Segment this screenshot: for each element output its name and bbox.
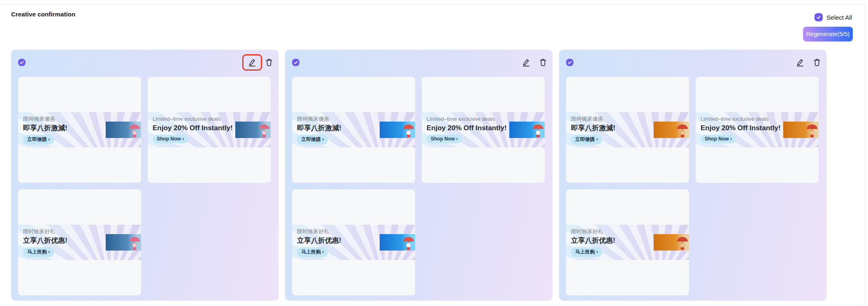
banner-subtitle: Limited–time exclusive deals [427, 116, 507, 122]
check-icon [293, 60, 298, 65]
creative-confirmation-pane: Creative confirmation Select All Regener… [0, 4, 865, 306]
ad-banner: 限时独家好礼 立享八折优惠! 马上抢购 › [18, 225, 141, 260]
banner-previews: 限時獨家優惠 即享八折激減! 立即搶購 › [18, 77, 271, 295]
card-checkbox[interactable] [18, 59, 26, 66]
banner-cta-pill: Shop Now › [701, 135, 736, 143]
banner-title: 立享八折优惠! [297, 237, 341, 245]
check-icon [19, 60, 24, 65]
banner-title: 即享八折激減! [23, 124, 67, 132]
ad-banner: 限时独家好礼 立享八折优惠! 马上抢购 › [566, 225, 689, 260]
banner-image [783, 122, 819, 138]
mascot-character [805, 122, 819, 138]
select-all-checkbox[interactable] [815, 13, 823, 21]
delete-button[interactable] [812, 58, 822, 67]
mascot-character [258, 122, 271, 138]
banner-title: 即享八折激減! [297, 124, 341, 132]
banner-preview-zh-hant[interactable]: 限時獨家優惠 即享八折激減! 立即搶購 › [566, 77, 689, 183]
banner-image [654, 122, 689, 138]
banner-image [380, 122, 415, 138]
banner-preview-zh-hant[interactable]: 限時獨家優惠 即享八折激減! 立即搶購 › [18, 77, 141, 183]
creative-card-2: 限時獨家優惠 即享八折激減! 立即搶購 › [285, 50, 552, 301]
banner-preview-en[interactable]: Limited–time exclusive deals Enjoy 20% O… [696, 77, 819, 183]
banner-cta-pill: 马上抢购 › [297, 247, 328, 257]
trash-icon [812, 58, 822, 67]
trash-icon [538, 58, 548, 67]
banner-title: 即享八折激減! [571, 124, 615, 132]
card-header [18, 53, 274, 72]
check-icon [567, 60, 572, 65]
creative-card-3: 限時獨家優惠 即享八折激減! 立即搶購 › [559, 50, 826, 301]
banner-preview-zh-hans[interactable]: 限时独家好礼 立享八折优惠! 马上抢购 › [292, 189, 415, 295]
select-all-label: Select All [826, 14, 852, 21]
ad-banner: 限时独家好礼 立享八折优惠! 马上抢购 › [292, 225, 415, 260]
banner-subtitle: 限时独家好礼 [571, 229, 615, 235]
delete-button[interactable] [265, 58, 274, 67]
banner-cta-pill: Shop Now › [427, 135, 462, 143]
edit-button[interactable] [790, 54, 810, 71]
banner-preview-en[interactable]: Limited–time exclusive deals Enjoy 20% O… [422, 77, 545, 183]
banner-subtitle: 限時獨家優惠 [297, 116, 341, 122]
mascot-character [676, 234, 689, 251]
banner-title: Enjoy 20% Off Instantly! [427, 124, 507, 132]
banner-subtitle: Limited–time exclusive deals [701, 116, 781, 122]
banner-subtitle: 限时独家好礼 [23, 229, 67, 235]
banner-image [380, 234, 415, 251]
creative-card-1: 限時獨家優惠 即享八折激減! 立即搶購 › [11, 50, 279, 301]
ad-banner: 限時獨家優惠 即享八折激減! 立即搶購 › [566, 112, 689, 147]
banner-cta-pill: 立即搶購 › [297, 135, 328, 145]
banner-preview-en[interactable]: Limited–time exclusive deals Enjoy 20% O… [148, 77, 271, 183]
banner-preview-zh-hans[interactable]: 限时独家好礼 立享八折优惠! 马上抢购 › [566, 189, 689, 295]
banner-image [654, 234, 689, 251]
mascot-character [402, 234, 415, 251]
mascot-character [531, 122, 545, 138]
delete-button[interactable] [538, 58, 548, 67]
pen-icon [796, 58, 805, 67]
banner-cta-pill: 马上抢购 › [571, 247, 602, 257]
card-header [292, 53, 548, 72]
regenerate-button[interactable]: Regenerate(5/5) [803, 27, 853, 41]
mascot-character [676, 122, 689, 138]
cards-row: 限時獨家優惠 即享八折激減! 立即搶購 › [11, 50, 826, 301]
pen-icon [522, 58, 531, 67]
page-title: Creative confirmation [11, 11, 75, 18]
pen-icon [248, 58, 257, 67]
banner-previews: 限時獨家優惠 即享八折激減! 立即搶購 › [292, 77, 545, 295]
select-all[interactable]: Select All [815, 13, 852, 21]
banner-title: Enjoy 20% Off Instantly! [701, 124, 781, 132]
card-checkbox[interactable] [292, 59, 299, 66]
banner-image [106, 122, 141, 138]
banner-subtitle: 限時獨家優惠 [571, 116, 615, 122]
banner-subtitle: Limited–time exclusive deals [153, 116, 233, 122]
banner-preview-zh-hans[interactable]: 限时独家好礼 立享八折优惠! 马上抢购 › [18, 189, 141, 295]
banner-cta-pill: 马上抢购 › [23, 247, 54, 257]
ad-banner: 限時獨家優惠 即享八折激減! 立即搶購 › [292, 112, 415, 147]
edit-button[interactable] [242, 54, 262, 71]
ad-banner: Limited–time exclusive deals Enjoy 20% O… [148, 112, 271, 147]
banner-title: 立享八折优惠! [571, 237, 615, 245]
ad-banner: Limited–time exclusive deals Enjoy 20% O… [422, 112, 545, 147]
mascot-character [402, 122, 415, 138]
banner-image [106, 234, 141, 251]
banner-image [235, 122, 271, 138]
card-checkbox[interactable] [566, 59, 573, 66]
edit-button[interactable] [516, 54, 536, 71]
banner-cta-pill: 立即搶購 › [571, 135, 602, 145]
trash-icon [265, 58, 274, 67]
banner-cta-pill: 立即搶購 › [23, 135, 54, 145]
mascot-character [128, 234, 141, 251]
banner-subtitle: 限時獨家優惠 [23, 116, 67, 122]
ad-banner: Limited–time exclusive deals Enjoy 20% O… [696, 112, 819, 147]
banner-subtitle: 限时独家好礼 [297, 229, 341, 235]
banner-preview-zh-hant[interactable]: 限時獨家優惠 即享八折激減! 立即搶購 › [292, 77, 415, 183]
banner-image [509, 122, 545, 138]
check-icon [816, 15, 821, 20]
banner-title: Enjoy 20% Off Instantly! [153, 124, 233, 132]
banner-title: 立享八折优惠! [23, 237, 67, 245]
banner-cta-pill: Shop Now › [153, 135, 188, 143]
mascot-character [128, 122, 141, 138]
banner-previews: 限時獨家優惠 即享八折激減! 立即搶購 › [566, 77, 819, 295]
ad-banner: 限時獨家優惠 即享八折激減! 立即搶購 › [18, 112, 141, 147]
card-header [566, 53, 822, 72]
